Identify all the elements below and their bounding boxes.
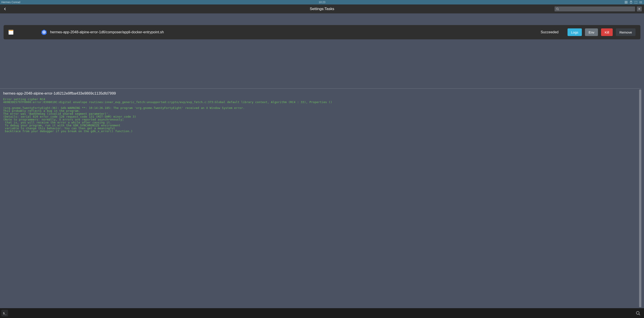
task-actions: Logs Env Kill Remove: [568, 28, 636, 36]
app-header: Settings:Tasks ✕: [0, 4, 644, 14]
remove-button[interactable]: Remove: [616, 28, 636, 36]
task-name: hermes-app-2048-alpine-error-1d6/compose…: [50, 30, 164, 34]
system-tray: [624, 1, 643, 4]
list-icon[interactable]: [639, 1, 643, 4]
search-icon: [556, 8, 559, 10]
system-user: Hermes Conrad: [1, 1, 20, 4]
svg-point-11: [640, 3, 640, 3]
svg-rect-1: [626, 1, 627, 2]
svg-rect-3: [626, 2, 627, 3]
svg-point-9: [640, 1, 640, 2]
app-icon: [8, 30, 14, 35]
svg-rect-0: [625, 1, 626, 2]
search-box[interactable]: [554, 6, 635, 12]
dock-bar: $_: [0, 308, 644, 318]
content-area: hermes-app-2048-alpine-error-1d6/compose…: [0, 14, 644, 39]
close-icon: ✕: [638, 8, 640, 10]
log-title: hermes-app-2048-alpine-error-1d6212e9ffb…: [3, 91, 638, 96]
kill-button[interactable]: Kill: [601, 28, 613, 36]
page-title: Settings:Tasks: [310, 7, 334, 11]
close-button[interactable]: ✕: [637, 6, 642, 12]
search-icon: [636, 310, 640, 316]
terminal-icon[interactable]: $_: [1, 310, 8, 316]
search-input[interactable]: [560, 6, 634, 12]
log-panel: hermes-app-2048-alpine-error-1d6212e9ffb…: [0, 88, 641, 308]
env-button[interactable]: Env: [585, 28, 598, 36]
dock-search-button[interactable]: [633, 310, 643, 316]
svg-point-23: [636, 312, 639, 314]
svg-point-12: [556, 8, 558, 10]
system-bar: Hermes Conrad 10:23: [0, 0, 644, 4]
kubernetes-icon: [41, 29, 47, 35]
fullscreen-icon[interactable]: [634, 1, 638, 4]
log-body[interactable]: Error setting cipher RC4 489B3DE5797F000…: [3, 98, 638, 132]
svg-line-13: [558, 10, 559, 10]
task-status: Succeeded: [541, 30, 558, 34]
clipboard-icon[interactable]: [629, 1, 633, 4]
system-clock: 10:23: [319, 1, 325, 4]
svg-rect-2: [625, 2, 626, 3]
task-row: hermes-app-2048-alpine-error-1d6/compose…: [4, 25, 640, 39]
svg-line-24: [639, 314, 640, 315]
back-button[interactable]: [2, 6, 8, 12]
logs-button[interactable]: Logs: [568, 28, 582, 36]
grid-icon[interactable]: [624, 1, 628, 4]
svg-point-10: [640, 2, 640, 2]
